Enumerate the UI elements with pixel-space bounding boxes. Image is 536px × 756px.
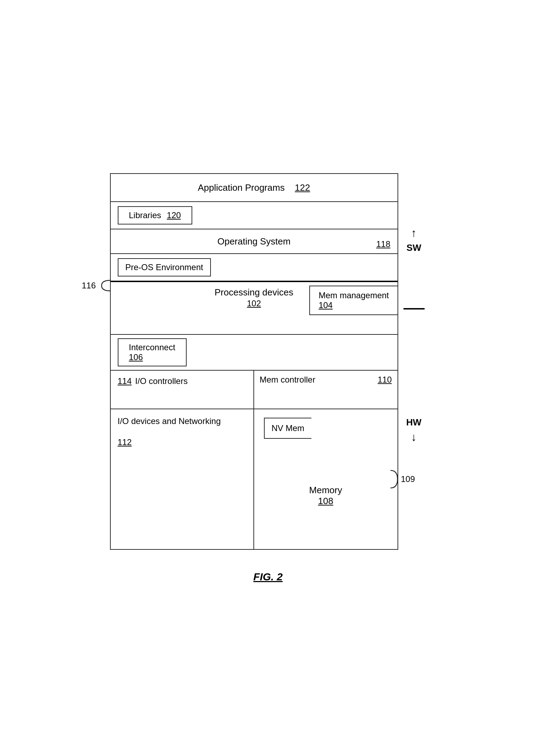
os-ref: 118 xyxy=(376,239,390,249)
row-libraries: Libraries 120 xyxy=(111,202,398,229)
app-programs-ref: 122 xyxy=(295,182,310,193)
label-116: 116 xyxy=(82,279,112,293)
memory-box: Memory 108 xyxy=(254,442,398,549)
nv-mem-label: NV Mem xyxy=(272,423,304,433)
io-controllers-box: 114 I/O controllers xyxy=(111,371,253,409)
row-interconnect: Interconnect 106 xyxy=(111,335,398,371)
mem-controller-box: Mem controller 110 xyxy=(254,371,398,409)
sw-hw-column: ↑ SW HW ↓ xyxy=(402,173,426,550)
nv-mem-box: NV Mem xyxy=(264,418,311,439)
row-bottom: 114 I/O controllers I/O devices and Netw… xyxy=(111,371,398,549)
label-109: 109 xyxy=(389,469,415,490)
nv-mem-area: NV Mem xyxy=(254,409,398,442)
io-devices-label: I/O devices and Networking xyxy=(118,415,246,428)
main-diagram: Application Programs 122 Libraries 120 O… xyxy=(110,173,398,550)
hw-text: HW xyxy=(406,417,421,428)
libraries-box: Libraries 120 xyxy=(118,206,192,224)
libraries-ref: 120 xyxy=(167,210,181,220)
sw-label: ↑ SW xyxy=(407,173,421,307)
mem-controller-label: Mem controller xyxy=(260,375,316,385)
row-os: Operating System 118 xyxy=(111,229,398,254)
io-controllers-label: I/O controllers xyxy=(135,376,188,386)
preos-box: Pre-OS Environment xyxy=(118,258,211,276)
app-programs-label: Application Programs xyxy=(198,182,285,193)
preos-label: Pre-OS Environment xyxy=(125,262,203,272)
interconnect-ref: 106 xyxy=(129,352,143,362)
io-controllers-ref: 114 xyxy=(118,376,132,386)
sw-hw-divider xyxy=(403,308,425,309)
hw-label: HW ↓ xyxy=(406,311,421,550)
mem-controller-ref: 110 xyxy=(377,375,392,385)
processing-ref: 102 xyxy=(247,299,261,308)
os-label: Operating System xyxy=(217,236,290,247)
arrow-down: ↓ xyxy=(411,431,416,444)
interconnect-box: Interconnect 106 xyxy=(118,338,187,366)
main-diagram-container: Application Programs 122 Libraries 120 O… xyxy=(110,173,426,550)
io-devices-ref: 112 xyxy=(118,437,132,447)
ref-109: 109 xyxy=(401,474,415,484)
right-col: Mem controller 110 NV Mem Memory 1 xyxy=(254,371,398,549)
libraries-label: Libraries xyxy=(129,210,161,220)
sw-text: SW xyxy=(407,242,421,253)
memory-label: Memory xyxy=(309,485,342,496)
mem-management-ref: 104 xyxy=(318,300,332,310)
arrow-up: ↑ xyxy=(411,227,416,240)
interconnect-label: Interconnect xyxy=(129,343,175,352)
mem-management-label: Mem management xyxy=(318,291,389,300)
row-app-programs: Application Programs 122 xyxy=(111,174,398,202)
mem-management-box: Mem management 104 xyxy=(309,286,397,315)
io-devices-box: I/O devices and Networking 112 xyxy=(111,409,253,549)
memory-ref: 108 xyxy=(318,496,333,507)
processing-label: Processing devices xyxy=(215,287,293,298)
fig-caption: FIG. 2 xyxy=(253,571,283,583)
row-preos: Pre-OS Environment xyxy=(111,254,398,282)
page: 116 Application Programs 122 Libraries 1… xyxy=(0,0,536,756)
row-processing: Processing devices 102 Mem management 10… xyxy=(111,282,398,335)
left-col: 114 I/O controllers I/O devices and Netw… xyxy=(111,371,254,549)
